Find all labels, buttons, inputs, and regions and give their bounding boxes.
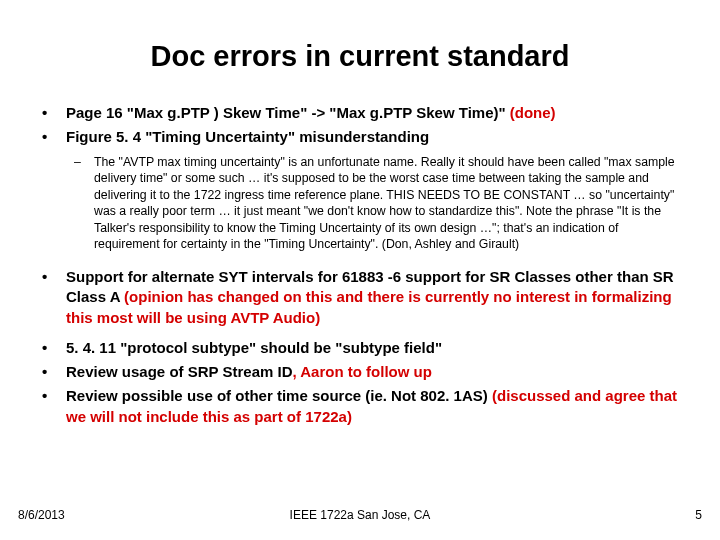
- bullet-text: Page 16 "Max g.PTP ) Skew Time" -> "Max …: [66, 104, 510, 121]
- footer-center: IEEE 1722a San Jose, CA: [0, 508, 720, 522]
- bullet-item: Support for alternate SYT intervals for …: [34, 267, 686, 328]
- bullet-text: 5. 4. 11 "protocol subtype" should be "s…: [66, 339, 442, 356]
- slide-title: Doc errors in current standard: [34, 40, 686, 73]
- bullet-red: (opinion has changed on this and there i…: [66, 288, 672, 325]
- bullet-text: Review possible use of other time source…: [66, 387, 492, 404]
- bullet-item: Review possible use of other time source…: [34, 386, 686, 427]
- bullet-list-1: Page 16 "Max g.PTP ) Skew Time" -> "Max …: [34, 103, 686, 148]
- sub-bullet-list: The "AVTP max timing uncertainty" is an …: [34, 154, 686, 254]
- bullet-item: Page 16 "Max g.PTP ) Skew Time" -> "Max …: [34, 103, 686, 123]
- bullet-text: Figure 5. 4 "Timing Uncertainty" misunde…: [66, 128, 429, 145]
- bullet-item: Figure 5. 4 "Timing Uncertainty" misunde…: [34, 127, 686, 147]
- slide-footer: 8/6/2013 IEEE 1722a San Jose, CA 5: [0, 508, 720, 522]
- sub-bullet-item: The "AVTP max timing uncertainty" is an …: [34, 154, 686, 254]
- bullet-red: (done): [510, 104, 556, 121]
- bullet-red: , Aaron to follow up: [292, 363, 431, 380]
- bullet-item: 5. 4. 11 "protocol subtype" should be "s…: [34, 338, 686, 358]
- bullet-list-2: Support for alternate SYT intervals for …: [34, 267, 686, 427]
- bullet-item: Review usage of SRP Stream ID, Aaron to …: [34, 362, 686, 382]
- slide: Doc errors in current standard Page 16 "…: [0, 0, 720, 540]
- bullet-text: Review usage of SRP Stream ID: [66, 363, 292, 380]
